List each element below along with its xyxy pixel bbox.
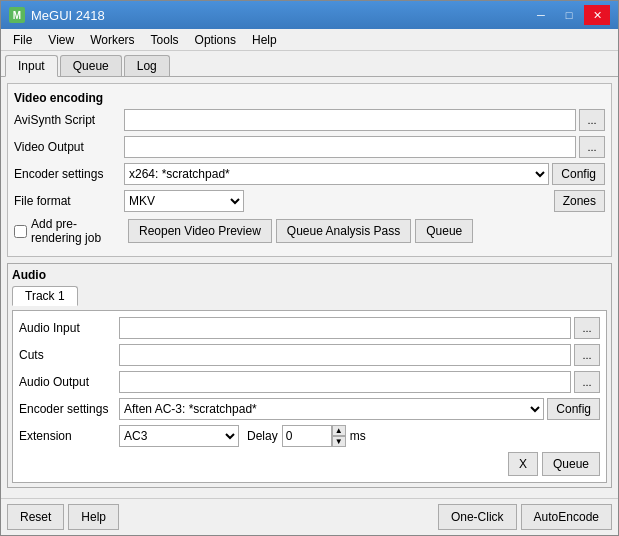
video-encoding-section: Video encoding AviSynth Script ... Video… [7, 83, 612, 257]
video-output-label: Video Output [14, 140, 124, 154]
avisynth-input[interactable] [124, 109, 576, 131]
video-output-row: Video Output ... [14, 136, 605, 158]
avisynth-row: AviSynth Script ... [14, 109, 605, 131]
audio-section: Audio Track 1 Audio Input ... Cuts ... [7, 263, 612, 488]
audio-output-input[interactable] [119, 371, 571, 393]
audio-input-label: Audio Input [19, 321, 119, 335]
audio-input-row: Audio Input ... [19, 317, 600, 339]
menu-tools[interactable]: Tools [143, 31, 187, 49]
menu-options[interactable]: Options [187, 31, 244, 49]
avisynth-browse-button[interactable]: ... [579, 109, 605, 131]
main-window: M MeGUI 2418 ─ □ ✕ File View Workers Too… [0, 0, 619, 536]
audio-footer-row: X Queue [19, 452, 600, 476]
audio-tab-track1[interactable]: Track 1 [12, 286, 78, 306]
audio-encoder-config-button[interactable]: Config [547, 398, 600, 420]
delay-input[interactable] [282, 425, 332, 447]
audio-output-row: Audio Output ... [19, 371, 600, 393]
menu-help[interactable]: Help [244, 31, 285, 49]
encoder-config-button[interactable]: Config [552, 163, 605, 185]
file-format-select[interactable]: MKV MP4 AVI [124, 190, 244, 212]
cuts-browse-button[interactable]: ... [574, 344, 600, 366]
oneclick-button[interactable]: One-Click [438, 504, 517, 530]
app-icon: M [9, 7, 25, 23]
menu-bar: File View Workers Tools Options Help [1, 29, 618, 51]
main-content: Video encoding AviSynth Script ... Video… [1, 77, 618, 498]
audio-input-browse-button[interactable]: ... [574, 317, 600, 339]
actions-row: Add pre-rendering job Reopen Video Previ… [14, 217, 605, 245]
extension-delay-row: Extension AC3 MP3 AAC Delay ▲ ▼ ms [19, 425, 600, 447]
delay-unit: ms [350, 429, 366, 443]
audio-x-button[interactable]: X [508, 452, 538, 476]
audio-output-label: Audio Output [19, 375, 119, 389]
audio-queue-button[interactable]: Queue [542, 452, 600, 476]
maximize-button[interactable]: □ [556, 5, 582, 25]
avisynth-label: AviSynth Script [14, 113, 124, 127]
add-prerendering-checkbox[interactable] [14, 225, 27, 238]
video-encoding-label: Video encoding [14, 91, 605, 105]
cuts-row: Cuts ... [19, 344, 600, 366]
tab-queue[interactable]: Queue [60, 55, 122, 76]
help-button[interactable]: Help [68, 504, 119, 530]
cuts-label: Cuts [19, 348, 119, 362]
delay-up-button[interactable]: ▲ [332, 425, 346, 436]
prerendering-checkbox-row: Add pre-rendering job [14, 217, 124, 245]
audio-output-browse-button[interactable]: ... [574, 371, 600, 393]
close-button[interactable]: ✕ [584, 5, 610, 25]
delay-spinner[interactable]: ▲ ▼ [332, 425, 346, 447]
audio-input-field[interactable] [119, 317, 571, 339]
file-format-row: File format MKV MP4 AVI Zones [14, 190, 605, 212]
title-bar: M MeGUI 2418 ─ □ ✕ [1, 1, 618, 29]
encoder-settings-row: Encoder settings x264: *scratchpad* Conf… [14, 163, 605, 185]
bottom-bar: Reset Help One-Click AutoEncode [1, 498, 618, 535]
audio-encoder-row: Encoder settings Aften AC-3: *scratchpad… [19, 398, 600, 420]
delay-label: Delay [247, 429, 278, 443]
zones-button[interactable]: Zones [554, 190, 605, 212]
audio-section-title: Audio [12, 268, 607, 282]
title-bar-left: M MeGUI 2418 [9, 7, 105, 23]
window-title: MeGUI 2418 [31, 8, 105, 23]
menu-file[interactable]: File [5, 31, 40, 49]
autoencode-button[interactable]: AutoEncode [521, 504, 612, 530]
file-format-label: File format [14, 194, 124, 208]
bottom-left: Reset Help [7, 504, 119, 530]
menu-view[interactable]: View [40, 31, 82, 49]
audio-tab-content: Audio Input ... Cuts ... Audio Output ..… [12, 310, 607, 483]
queue-analysis-button[interactable]: Queue Analysis Pass [276, 219, 411, 243]
minimize-button[interactable]: ─ [528, 5, 554, 25]
video-queue-button[interactable]: Queue [415, 219, 473, 243]
main-tabs-bar: Input Queue Log [1, 51, 618, 77]
menu-workers[interactable]: Workers [82, 31, 142, 49]
extension-label: Extension [19, 429, 119, 443]
extension-select[interactable]: AC3 MP3 AAC [119, 425, 239, 447]
delay-down-button[interactable]: ▼ [332, 436, 346, 447]
bottom-right: One-Click AutoEncode [438, 504, 612, 530]
reopen-preview-button[interactable]: Reopen Video Preview [128, 219, 272, 243]
title-bar-controls: ─ □ ✕ [528, 5, 610, 25]
video-output-browse-button[interactable]: ... [579, 136, 605, 158]
add-prerendering-label: Add pre-rendering job [31, 217, 124, 245]
audio-encoder-label: Encoder settings [19, 402, 119, 416]
tab-input[interactable]: Input [5, 55, 58, 77]
audio-tabs: Track 1 [12, 286, 607, 306]
cuts-input[interactable] [119, 344, 571, 366]
tab-log[interactable]: Log [124, 55, 170, 76]
video-output-input[interactable] [124, 136, 576, 158]
encoder-settings-select[interactable]: x264: *scratchpad* [124, 163, 549, 185]
reset-button[interactable]: Reset [7, 504, 64, 530]
encoder-settings-label: Encoder settings [14, 167, 124, 181]
audio-encoder-select[interactable]: Aften AC-3: *scratchpad* [119, 398, 544, 420]
